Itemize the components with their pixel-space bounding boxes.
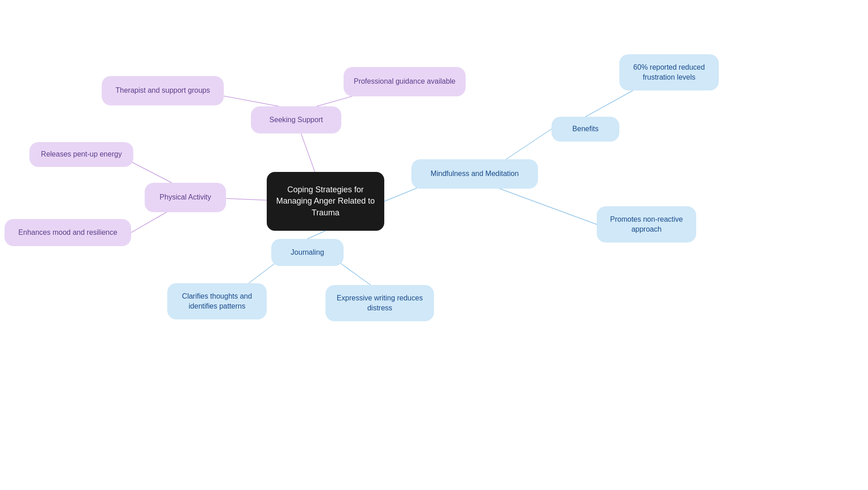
benefits-label: Benefits bbox=[572, 124, 599, 134]
physical-activity-label: Physical Activity bbox=[160, 192, 211, 202]
mindfulness-node: Mindfulness and Meditation bbox=[411, 159, 538, 189]
expressive-node: Expressive writing reduces distress bbox=[326, 285, 434, 321]
clarifies-label: Clarifies thoughts and identifies patter… bbox=[176, 291, 258, 312]
center-label: Coping Strategies for Managing Anger Rel… bbox=[276, 184, 375, 219]
promotes-node: Promotes non-reactive approach bbox=[597, 206, 696, 243]
therapist-label: Therapist and support groups bbox=[115, 86, 210, 95]
enhances-label: Enhances mood and resilience bbox=[19, 228, 118, 238]
benefits-node: Benefits bbox=[552, 117, 619, 142]
journaling-label: Journaling bbox=[291, 247, 324, 257]
mindfulness-label: Mindfulness and Meditation bbox=[431, 169, 519, 179]
physical-activity-node: Physical Activity bbox=[145, 183, 226, 212]
center-node: Coping Strategies for Managing Anger Rel… bbox=[267, 172, 384, 231]
seeking-support-label: Seeking Support bbox=[269, 115, 323, 125]
promotes-label: Promotes non-reactive approach bbox=[606, 214, 687, 235]
journaling-node: Journaling bbox=[271, 239, 344, 266]
sixty-percent-node: 60% reported reduced frustration levels bbox=[619, 54, 719, 90]
clarifies-node: Clarifies thoughts and identifies patter… bbox=[167, 283, 267, 319]
seeking-support-node: Seeking Support bbox=[251, 106, 341, 133]
releases-node: Releases pent-up energy bbox=[29, 142, 133, 167]
sixty-percent-label: 60% reported reduced frustration levels bbox=[628, 62, 710, 83]
svg-line-8 bbox=[585, 90, 633, 117]
therapist-node: Therapist and support groups bbox=[102, 76, 224, 105]
svg-line-5 bbox=[131, 212, 167, 233]
svg-line-10 bbox=[307, 231, 326, 239]
enhances-node: Enhances mood and resilience bbox=[5, 219, 131, 246]
professional-label: Professional guidance available bbox=[354, 76, 455, 86]
professional-node: Professional guidance available bbox=[344, 67, 466, 96]
expressive-label: Expressive writing reduces distress bbox=[335, 293, 425, 314]
svg-line-9 bbox=[497, 188, 597, 224]
releases-label: Releases pent-up energy bbox=[41, 149, 122, 159]
